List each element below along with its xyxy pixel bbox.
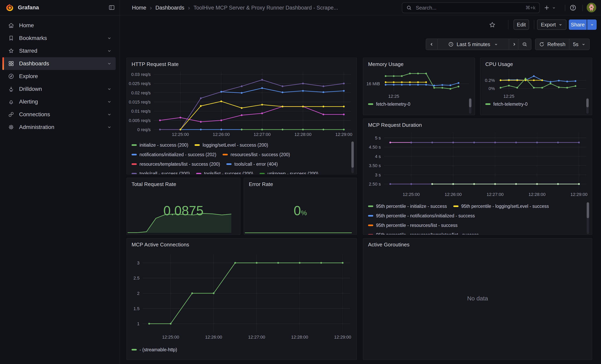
mcp-request-duration-chart[interactable]: 12:25:0012:26:0012:27:0012:28:0012:29:00…	[365, 129, 590, 200]
svg-text:4 s: 4 s	[375, 154, 381, 159]
svg-text:12:29:00: 12:29:00	[335, 132, 352, 137]
legend-scrollbar[interactable]	[351, 141, 354, 173]
legend-item[interactable]: 95th percentile - notifications/initiali…	[368, 213, 475, 218]
legend-item[interactable]: tools/call - success (200)	[131, 171, 190, 174]
panel-title: Active Goroutines	[363, 238, 592, 248]
svg-text:3: 3	[137, 260, 140, 266]
legend-item[interactable]: - (streamable-http)	[131, 347, 177, 353]
svg-text:12:29:00: 12:29:00	[571, 192, 588, 197]
sidebar-item-label: Dashboards	[19, 60, 107, 67]
search-box[interactable]: ⌘+k	[402, 2, 540, 13]
sidebar-item-explore[interactable]: Explore	[2, 70, 116, 83]
cpu-legend: fetch-telemetry-0	[485, 99, 584, 115]
legend-item[interactable]: resources/templates/list - success (200)	[131, 162, 220, 167]
svg-text:12:28:00: 12:28:00	[295, 132, 312, 137]
legend-item[interactable]: logging/setLevel - success (200)	[195, 142, 268, 148]
sidebar-item-dashboards[interactable]: Dashboards	[2, 57, 116, 70]
legend-scrollbar[interactable]	[469, 98, 471, 114]
svg-text:3.50 s: 3.50 s	[369, 163, 381, 168]
legend-item[interactable]: 95th percentile - logging/setLevel - suc…	[453, 204, 549, 209]
svg-text:0%: 0%	[489, 86, 495, 91]
sidebar-item-drilldown[interactable]: Drilldown	[2, 83, 116, 95]
legend-item[interactable]: 95th percentile - initialize - success	[368, 204, 447, 209]
share-button[interactable]: Share	[569, 20, 587, 30]
sidebar-item-label: Starred	[19, 48, 107, 54]
sidebar-item-bookmarks[interactable]: Bookmarks	[2, 32, 116, 45]
legend-scrollbar[interactable]	[587, 202, 589, 234]
sidebar-item-label: Drilldown	[19, 86, 107, 92]
http-request-rate-chart[interactable]: 12:25:0012:26:0012:27:0012:28:0012:29:00…	[128, 69, 354, 139]
svg-text:1.5: 1.5	[133, 306, 140, 311]
panel-http-request-rate: HTTP Request Rate 12:25:0012:26:0012:27:…	[126, 58, 357, 175]
panel-title: MCP Active Connections	[127, 238, 357, 248]
legend-item[interactable]: tools/list - success (200)	[196, 171, 253, 174]
chevron-down-icon	[107, 112, 112, 117]
refresh-button[interactable]: Refresh	[535, 39, 569, 50]
sidebar: Grafana HomeBookmarksStarredDashboardsEx…	[0, 0, 120, 364]
edit-button[interactable]: Edit	[513, 20, 529, 30]
svg-text:0.02 req/s: 0.02 req/s	[131, 90, 151, 95]
time-shift-forward-button[interactable]	[509, 39, 519, 50]
panel-title: CPU Usage	[481, 58, 592, 67]
legend-item[interactable]: resources/list - success (200)	[223, 152, 290, 157]
legend-item[interactable]: fetch-telemetry-0	[368, 101, 411, 107]
chevron-down-icon	[107, 125, 112, 129]
breadcrumb-dashboards[interactable]: Dashboards	[155, 5, 184, 11]
legend-item[interactable]: 95th percentile - resources/templates/li…	[368, 232, 479, 235]
export-button[interactable]: Export	[537, 20, 566, 30]
sidebar-item-home[interactable]: Home	[2, 19, 116, 32]
refresh-icon	[539, 41, 545, 47]
search-icon	[406, 5, 412, 10]
sidebar-item-label: Home	[19, 22, 116, 29]
gear-icon	[8, 124, 14, 130]
svg-text:12:27:00: 12:27:00	[248, 334, 265, 340]
collapse-sidebar-icon[interactable]	[109, 4, 115, 11]
svg-text:12:25: 12:25	[388, 94, 399, 98]
svg-text:0.005 req/s: 0.005 req/s	[129, 118, 151, 123]
memory-usage-chart[interactable]: 12:2516 MiB	[365, 68, 473, 98]
sidebar-item-label: Connections	[19, 111, 107, 118]
search-input[interactable]	[415, 4, 525, 11]
toolbar-divider	[534, 20, 534, 30]
sidebar-item-starred[interactable]: Starred	[2, 45, 116, 57]
svg-text:16 MiB: 16 MiB	[367, 81, 380, 86]
legend-item[interactable]: 95th percentile - resources/list - succe…	[368, 223, 458, 228]
cpu-usage-chart[interactable]: 12:250%0.2%	[482, 68, 590, 98]
refresh-interval-picker[interactable]: 5s	[569, 39, 589, 50]
breadcrumb-separator: ›	[188, 4, 190, 11]
sidebar-item-connections[interactable]: Connections	[2, 108, 116, 121]
sidebar-item-administration[interactable]: Administration	[2, 121, 116, 134]
legend-item[interactable]: unknown - success (200)	[260, 171, 318, 174]
svg-text:2.5: 2.5	[133, 275, 140, 281]
breadcrumb-home[interactable]: Home	[132, 5, 146, 11]
svg-text:12:29:00: 12:29:00	[334, 334, 351, 340]
legend-scrollbar[interactable]	[586, 98, 589, 114]
zoom-out-button[interactable]	[518, 39, 531, 50]
legend-item[interactable]: notifications/initialized - success (202…	[131, 152, 216, 157]
panel-title: Memory Usage	[363, 58, 475, 67]
grafana-logo[interactable]	[6, 3, 14, 12]
legend-item[interactable]: fetch-telemetry-0	[485, 101, 528, 107]
legend-item[interactable]: tools/call - error (404)	[226, 162, 278, 167]
svg-text:2: 2	[137, 291, 140, 296]
avatar[interactable]	[587, 3, 596, 12]
sidebar-item-alerting[interactable]: Alerting	[2, 95, 116, 108]
chevron-right-icon	[511, 41, 517, 47]
app-title: Grafana	[18, 4, 109, 11]
help-button[interactable]	[570, 0, 576, 16]
svg-text:0 req/s: 0 req/s	[137, 127, 151, 132]
chevron-down-icon	[107, 36, 112, 40]
topbar-divider	[582, 5, 583, 11]
star-dashboard-button[interactable]	[489, 17, 496, 33]
svg-text:12:27:00: 12:27:00	[487, 192, 504, 197]
time-range-picker[interactable]: Last 5 minutes	[437, 39, 509, 50]
time-shift-back-button[interactable]	[426, 39, 437, 50]
legend-item[interactable]: initialize - success (200)	[131, 142, 188, 148]
mcp-active-connections-chart[interactable]: 12:25:0012:26:0012:27:0012:28:0012:29:00…	[128, 250, 355, 343]
add-button[interactable]	[544, 0, 556, 16]
share-menu-button[interactable]	[587, 20, 597, 30]
sidebar-item-label: Alerting	[19, 98, 107, 105]
svg-text:12:25:00: 12:25:00	[162, 334, 179, 340]
chevron-down-icon	[107, 99, 112, 104]
error-rate-sparkline	[245, 230, 352, 234]
